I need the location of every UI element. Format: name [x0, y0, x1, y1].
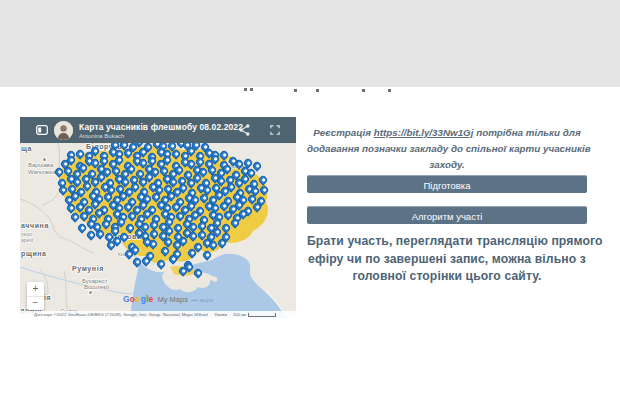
map-label: Варшава: [28, 162, 53, 168]
registration-paragraph: Реєстрація https://bit.ly/33Nw1Gj потріб…: [307, 125, 587, 173]
map-label: аччина: [21, 222, 49, 229]
map-label: Warszawa: [28, 169, 56, 175]
scale-bar: [248, 313, 276, 317]
text-remnant: [316, 89, 319, 92]
map-label: рщина: [21, 250, 47, 257]
share-icon[interactable]: [239, 124, 250, 136]
map-label: apest: [21, 237, 33, 243]
my-maps-embed: Карта учасників флешмобу 08.02.2022 Anto…: [20, 117, 296, 318]
sea-label: не море: [191, 297, 213, 303]
city-dot: [43, 158, 46, 161]
text-remnant: [244, 88, 247, 91]
terms-link[interactable]: Умови: [214, 312, 227, 317]
my-maps-label: My Maps: [158, 295, 188, 304]
map-viewport[interactable]: щаБілорусьВаршаваWarszawaВоронежаччинапе…: [20, 143, 296, 318]
google-logo[interactable]: Google: [123, 294, 154, 304]
avatar: [54, 121, 73, 140]
preparation-button[interactable]: Підготовка: [307, 175, 587, 193]
map-author: Antonina Bukach: [79, 133, 239, 139]
top-cover-block: [0, 0, 620, 87]
map-scale: 200 км: [233, 312, 276, 317]
registration-text: Реєстрація: [313, 127, 374, 138]
zoom-in-button[interactable]: +: [27, 282, 44, 297]
text-remnant: [362, 89, 365, 92]
city-dot: [89, 291, 92, 294]
map-label: Румунія: [72, 265, 104, 272]
map-attribution-bar: Дані карт ©2022 GeoBasis-DE/BKG (©2009),…: [20, 311, 296, 318]
attribution-text: Дані карт ©2022 GeoBasis-DE/BKG (©2009),…: [34, 312, 208, 317]
registration-link[interactable]: https://bit.ly/33Nw1Gj: [374, 127, 474, 138]
map-label: ща: [21, 145, 32, 152]
panel-toggle-icon[interactable]: [36, 125, 48, 135]
map-label: Bucureşti: [84, 284, 109, 290]
map-title-block: Карта учасників флешмобу 08.02.2022 Anto…: [79, 122, 239, 139]
map-title: Карта учасників флешмобу 08.02.2022: [79, 122, 239, 132]
text-remnant: [294, 89, 297, 92]
text-remnant: [388, 89, 391, 92]
participation-algorithm-button[interactable]: Алгоритм участі: [307, 206, 587, 224]
map-embed-header: Карта учасників флешмобу 08.02.2022 Anto…: [20, 117, 296, 143]
text-remnant: [250, 88, 253, 91]
fullscreen-icon[interactable]: [270, 125, 280, 135]
participation-paragraph: Брати участь, переглядати трансляцію пря…: [307, 233, 587, 286]
zoom-out-button[interactable]: −: [27, 297, 44, 311]
map-zoom-control: + −: [27, 282, 44, 310]
content-column: Реєстрація https://bit.ly/33Nw1Gj потріб…: [307, 120, 587, 286]
